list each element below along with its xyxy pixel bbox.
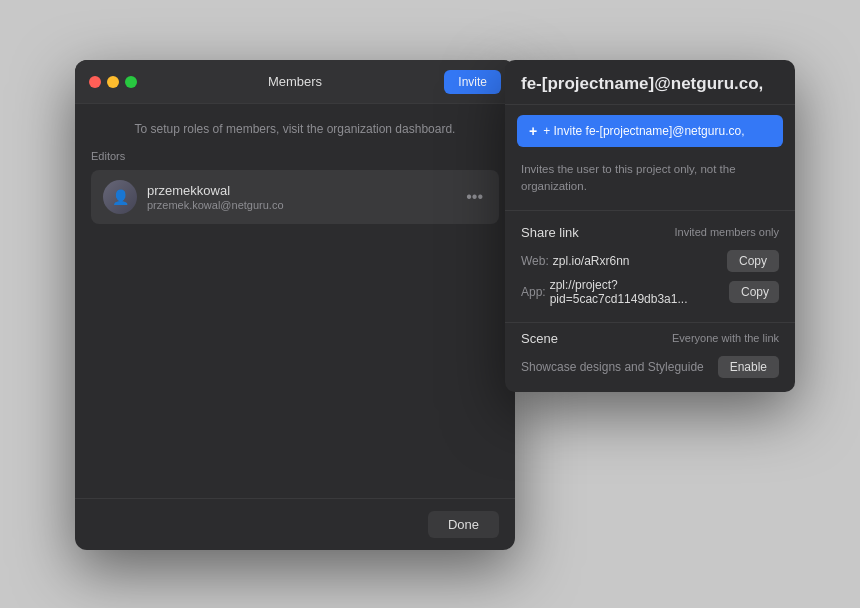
scene-row: Showcase designs and Styleguide Enable: [521, 356, 779, 378]
share-link-title: Share link: [521, 225, 579, 240]
member-row: 👤 przemekkowal przemek.kowal@netguru.co …: [91, 170, 499, 224]
enable-button[interactable]: Enable: [718, 356, 779, 378]
copy-app-button[interactable]: Copy: [729, 281, 779, 303]
invite-suggestion-text: + Invite fe-[projectname]@netguru.co,: [543, 124, 744, 138]
modal-titlebar: Members Invite: [75, 60, 515, 104]
invite-description: Invites the user to this project only, n…: [505, 153, 795, 210]
member-menu-button[interactable]: •••: [462, 187, 487, 207]
share-link-subtitle: Invited members only: [674, 226, 779, 238]
member-info: przemekkowal przemek.kowal@netguru.co: [147, 183, 452, 211]
maximize-button[interactable]: [125, 76, 137, 88]
modal-title: Members: [268, 74, 322, 89]
scene-header-row: Scene Everyone with the link: [521, 331, 779, 346]
share-section: Share link Invited members only Web: zpl…: [505, 211, 795, 322]
scene-label: Showcase designs and Styleguide: [521, 360, 704, 374]
modal-notice: To setup roles of members, visit the org…: [75, 104, 515, 150]
copy-web-button[interactable]: Copy: [727, 250, 779, 272]
web-label: Web:: [521, 254, 549, 268]
modal-body: Editors 👤 przemekkowal przemek.kowal@net…: [75, 150, 515, 498]
avatar-image: 👤: [103, 180, 137, 214]
scene-section: Scene Everyone with the link Showcase de…: [505, 322, 795, 392]
scene-subtitle: Everyone with the link: [672, 332, 779, 344]
app-value: zpl://project?pid=5cac7cd1149db3a1...: [550, 278, 729, 306]
traffic-lights: [89, 76, 137, 88]
web-link-row: Web: zpl.io/aRxr6nn Copy: [521, 250, 779, 272]
share-header-row: Share link Invited members only: [521, 225, 779, 240]
scene-title: Scene: [521, 331, 558, 346]
dropdown-header: fe-[projectname]@netguru.co,: [505, 60, 795, 105]
dropdown-panel: fe-[projectname]@netguru.co, + + Invite …: [505, 60, 795, 392]
minimize-button[interactable]: [107, 76, 119, 88]
avatar: 👤: [103, 180, 137, 214]
app-link-row: App: zpl://project?pid=5cac7cd1149db3a1.…: [521, 278, 779, 306]
member-name: przemekkowal: [147, 183, 452, 198]
web-value: zpl.io/aRxr6nn: [553, 254, 630, 268]
done-button[interactable]: Done: [428, 511, 499, 538]
editors-label: Editors: [91, 150, 499, 162]
plus-icon: +: [529, 123, 537, 139]
close-button[interactable]: [89, 76, 101, 88]
member-email: przemek.kowal@netguru.co: [147, 199, 452, 211]
invite-button[interactable]: Invite: [444, 70, 501, 94]
members-modal: Members Invite To setup roles of members…: [75, 60, 515, 550]
modal-footer: Done: [75, 498, 515, 550]
invite-suggestion[interactable]: + + Invite fe-[projectname]@netguru.co,: [517, 115, 783, 147]
app-label: App:: [521, 285, 546, 299]
